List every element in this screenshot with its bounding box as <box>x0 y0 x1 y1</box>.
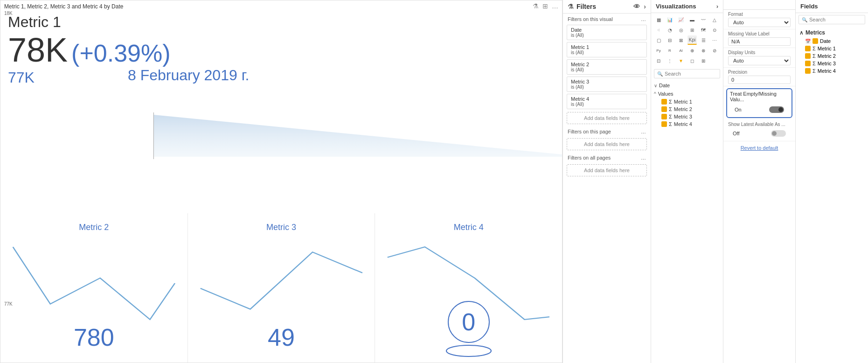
show-latest-off-label: Off <box>733 131 739 136</box>
metric3-checkbox[interactable] <box>661 114 667 119</box>
fields-search-box[interactable]: 🔍 <box>799 15 865 24</box>
viz-donut-icon[interactable]: ◎ <box>676 25 686 35</box>
viz-fields-section: Date Values Σ Metric 1 Σ Metric 2 Σ Metr… <box>651 80 723 129</box>
viz-stacked-bar-icon[interactable]: ▦ <box>654 15 663 24</box>
viz-ai-icon[interactable]: AI <box>676 46 686 55</box>
fields-search-input[interactable] <box>809 17 862 22</box>
more-options-page-icon[interactable]: … <box>641 129 646 134</box>
field-date-item: 📅 Date <box>805 37 864 45</box>
add-fields-all-btn[interactable]: Add data fields here <box>567 164 647 176</box>
viz-scatter-icon[interactable]: ⁖ <box>654 25 663 35</box>
viz-search-box[interactable]: 🔍 <box>654 69 720 78</box>
field-metric4-item: Σ Metric 4 <box>805 67 864 75</box>
missing-label: Missing Value Label <box>728 31 791 36</box>
viz-table-icon[interactable]: ⊟ <box>665 35 674 45</box>
display-units-row: Display Units Auto <box>723 48 795 68</box>
sigma-field2: Σ <box>812 53 816 59</box>
sigma-icon-2: Σ <box>669 106 672 112</box>
viz-format3-icon[interactable]: ▼ <box>676 56 686 65</box>
filter-icon[interactable]: ⚗ <box>533 2 539 10</box>
filter-metric1-name: Metric 1 <box>571 44 643 50</box>
chevron-up-icon: ∧ <box>799 29 804 36</box>
viz-gauge-icon[interactable]: ⊙ <box>710 25 719 35</box>
viz-metric4-label: Metric 4 <box>674 121 692 127</box>
metric3-value: 49 <box>268 323 295 351</box>
viz-format1-icon[interactable]: ⊡ <box>654 56 663 65</box>
filter-item-date[interactable]: Date is (All) <box>567 25 647 40</box>
filter-metric1-value: is (All) <box>571 50 643 55</box>
viz-map-icon[interactable]: 🗺 <box>699 25 708 35</box>
filter-item-metric4[interactable]: Metric 4 is (All) <box>567 94 647 109</box>
viz-r-icon[interactable]: R <box>665 46 674 55</box>
filter-item-metric1[interactable]: Metric 1 is (All) <box>567 42 647 57</box>
viz-expand-icon[interactable]: › <box>716 3 718 10</box>
viz-custom2-icon[interactable]: ⊗ <box>699 46 708 55</box>
missing-value-input[interactable] <box>728 37 791 46</box>
calendar-icon: 📅 <box>805 39 811 44</box>
viz-format5-icon[interactable]: ⊞ <box>699 56 708 65</box>
viz-slicer-icon[interactable]: ☰ <box>699 35 708 45</box>
sigma-field4: Σ <box>812 68 816 74</box>
viz-custom3-icon[interactable]: ⊘ <box>710 46 719 55</box>
viz-more-icon[interactable]: ⋯ <box>710 35 719 45</box>
field-metric3-checkbox[interactable] <box>805 61 811 66</box>
viz-line-bar-icon[interactable]: 📈 <box>676 15 686 24</box>
eye-icon[interactable]: 👁 <box>633 3 640 10</box>
sigma-icon-4: Σ <box>669 121 672 127</box>
viz-format4-icon[interactable]: ◻ <box>687 56 697 65</box>
svg-marker-0 <box>153 115 562 157</box>
filter-item-metric3[interactable]: Metric 3 is (All) <box>567 77 647 92</box>
more-options-icon[interactable]: … <box>641 16 646 22</box>
viz-format2-icon[interactable]: ⋮ <box>665 56 674 65</box>
field-metric2-checkbox[interactable] <box>805 53 811 59</box>
metrics-group-label: Metrics <box>806 29 825 36</box>
more-icon[interactable]: … <box>552 2 558 10</box>
viz-card-icon[interactable]: ▢ <box>654 35 663 45</box>
viz-kpi-icon[interactable]: Kpi <box>687 35 697 45</box>
date-field-label: Date <box>820 38 831 44</box>
viz-custom1-icon[interactable]: ⊕ <box>687 46 697 55</box>
show-latest-label: Show Latest Available As ... <box>728 122 791 127</box>
viz-search-input[interactable] <box>665 71 717 77</box>
display-units-select[interactable]: Auto <box>728 56 791 65</box>
format-select[interactable]: Auto <box>728 18 791 27</box>
svg-point-2 <box>446 345 491 356</box>
viz-treemap-icon[interactable]: ⊞ <box>687 25 697 35</box>
date-field-checkbox[interactable] <box>812 38 818 44</box>
add-fields-visual-btn[interactable]: Add data fields here <box>567 112 647 124</box>
metrics-group[interactable]: ∧ Metrics <box>799 28 864 37</box>
show-latest-toggle[interactable] <box>771 130 786 137</box>
metric2-checkbox[interactable] <box>661 106 667 112</box>
viz-line-icon[interactable]: 〰 <box>699 15 708 24</box>
viz-matrix-icon[interactable]: ⊠ <box>676 35 686 45</box>
revert-to-default-link[interactable]: Revert to default <box>723 141 795 154</box>
viz-values-group[interactable]: Values <box>654 90 720 98</box>
filter-metric2-name: Metric 2 <box>571 62 643 67</box>
sigma-field1: Σ <box>812 46 816 51</box>
viz-area-icon[interactable]: △ <box>710 15 719 24</box>
expand-icon[interactable]: › <box>644 3 646 10</box>
field-metric4-checkbox[interactable] <box>805 68 811 74</box>
viz-python-icon[interactable]: Py <box>654 46 663 55</box>
viz-pie-icon[interactable]: ◔ <box>665 25 674 35</box>
metric1-checkbox[interactable] <box>661 99 667 105</box>
filter-funnel-icon: ⚗ <box>568 3 574 10</box>
metric4-checkbox[interactable] <box>661 121 667 127</box>
treat-missing-toggle[interactable] <box>769 106 784 113</box>
field-metric1-checkbox[interactable] <box>805 46 811 51</box>
viz-bar-icon[interactable]: 📊 <box>665 15 674 24</box>
add-fields-page-btn[interactable]: Add data fields here <box>567 138 647 150</box>
filter-item-metric2[interactable]: Metric 2 is (All) <box>567 59 647 75</box>
viz-date-group[interactable]: Date <box>654 81 720 90</box>
filters-on-page-label: Filters on this page … <box>563 126 651 136</box>
format-row: Format Auto <box>723 10 795 29</box>
treat-missing-box: Treat Empty/Missing Valu... On <box>726 88 792 118</box>
more-options-all-icon[interactable]: … <box>641 155 646 161</box>
precision-input[interactable] <box>728 76 791 84</box>
viz-search-icon: 🔍 <box>657 71 663 77</box>
fields-panel: Fields 🔍 ∧ Metrics 📅 Date Σ Metric 1 Σ <box>796 0 868 363</box>
focus-icon[interactable]: ⊞ <box>542 2 548 10</box>
viz-bar-h-icon[interactable]: ▬ <box>687 15 697 24</box>
viz-icon-grid: ▦ 📊 📈 ▬ 〰 △ ⁖ ◔ ◎ ⊞ 🗺 ⊙ ▢ ⊟ ⊠ Kpi ☰ ⋯ Py… <box>651 13 723 67</box>
metric1-value-row: 78K (+0.39%) <box>8 31 555 69</box>
